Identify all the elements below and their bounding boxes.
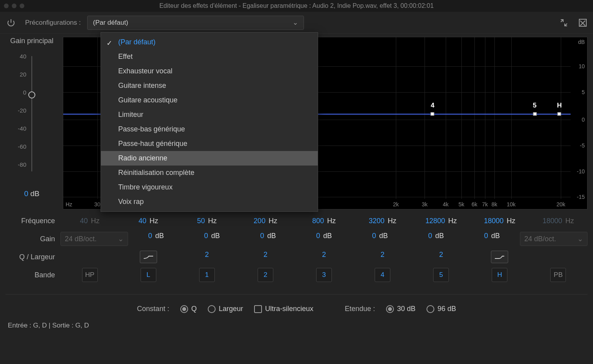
preset-option[interactable]: Passe-haut générique [101,136,318,151]
preset-option-label: Passe-haut générique [118,140,187,147]
freq-value[interactable]: 12800 Hz [412,217,470,225]
band-toggle-H[interactable]: H [492,268,507,282]
radio-icon [180,305,188,313]
eq-point-label: 5 [533,102,536,109]
largeur-radio-label: Largeur [219,305,243,313]
q-value[interactable]: 2 [295,251,353,263]
freq-value[interactable]: 800 Hz [295,217,353,225]
grid-line-v [396,37,396,199]
ultra-label: Ultra-silencieux [265,305,313,313]
eq-point-label: 4 [431,102,434,109]
preset-option[interactable]: Radio ancienne [101,151,318,166]
gain-value[interactable]: 0 dB [464,232,520,246]
band-toggle-3[interactable]: 3 [316,268,332,282]
master-gain-value[interactable]: 0 dB [5,189,58,198]
presets-label: Préconfigurations : [25,19,81,27]
graph-db-axis-label: dB [578,39,585,45]
row-band: Bande HPL12345HPB [5,266,588,284]
preset-option[interactable]: Limiteur [101,107,318,122]
preset-select[interactable]: (Par défaut) ⌄ [87,16,304,30]
q-value[interactable]: 2 [178,251,236,263]
power-icon[interactable] [6,18,16,27]
master-gain-section: Gain principal 40200-20-40-60-80 0 dB [5,37,58,209]
preset-option-label: Voix rap [118,198,144,206]
q-value[interactable]: 2 [236,251,295,263]
preset-option-label: Guitare acoustique [118,96,178,104]
routing-icon[interactable] [559,18,569,27]
y-tick-label: -10 [577,168,585,175]
shelf-icon [494,253,505,261]
gain-value[interactable]: 0 dB [128,232,184,246]
x-tick-label: 10k [507,201,516,207]
preset-option[interactable]: Voix rap [101,195,318,209]
slider-knob[interactable] [28,91,35,98]
gain-value[interactable]: 0 dB [296,232,352,246]
preset-option[interactable]: ✓(Par défaut) [101,35,318,49]
gain-value[interactable]: 0 dB [184,232,240,246]
preset-option-label: Guitare intense [118,82,166,89]
toolbar: Préconfigurations : (Par défaut) ⌄ [0,12,593,34]
gain-tick: -40 [18,125,26,132]
eq-point[interactable] [558,112,561,116]
chevron-down-icon: ⌄ [293,18,298,27]
q-value[interactable]: 2 [412,251,470,263]
band-toggle-4[interactable]: 4 [375,268,390,282]
band-toggle-HP[interactable]: HP [82,268,98,282]
preset-selected-value: (Par défaut) [93,19,128,27]
band-toggle-2[interactable]: 2 [258,268,273,282]
high-shelf-button[interactable] [491,251,508,263]
preset-option-label: Exhausteur vocal [118,67,172,75]
constant-largeur-radio[interactable]: Largeur [208,305,243,313]
low-shelf-button[interactable] [140,251,157,263]
close-panel-icon[interactable] [579,19,587,27]
q-value[interactable]: 2 [353,251,412,263]
grid-line-v [461,37,462,199]
bottom-options: Constant : Q Largeur Ultra-silencieux Et… [0,298,593,317]
preset-option-label: Timbre vigoureux [118,183,172,191]
radio-icon [426,305,434,313]
x-tick-label: 8k [491,201,497,207]
preset-option[interactable]: Passe-bas générique [101,122,318,136]
r96-label: 96 dB [437,305,456,313]
constant-q-radio[interactable]: Q [180,305,197,313]
band-toggle-L[interactable]: L [141,268,156,282]
range-96db-radio[interactable]: 96 dB [426,305,456,313]
ultra-silencieux-checkbox[interactable]: Ultra-silencieux [254,305,313,313]
freq-value[interactable]: 18000 Hz [470,217,529,225]
maximize-window-icon[interactable] [20,4,24,8]
freq-value[interactable]: 40 Hz [119,217,178,225]
grid-line-v [561,37,561,199]
eq-point[interactable] [533,112,536,116]
band-toggle-PB[interactable]: PB [550,268,566,282]
preset-option[interactable]: Guitare acoustique [101,93,318,107]
slope-select-left[interactable]: 24 dB/oct.⌄ [60,232,128,246]
row-frequency: Fréquence 40 Hz40 Hz50 Hz200 Hz800 Hz320… [5,212,588,230]
band-parameters: Fréquence 40 Hz40 Hz50 Hz200 Hz800 Hz320… [0,209,593,291]
y-tick-label: -15 [577,194,585,200]
gain-value[interactable]: 0 dB [352,232,408,246]
freq-value[interactable]: 50 Hz [178,217,236,225]
gain-tick: -80 [18,161,26,168]
window-controls[interactable] [4,4,24,8]
minimize-window-icon[interactable] [12,4,16,8]
grid-line-v [494,37,495,199]
frequency-label: Fréquence [5,217,60,225]
master-gain-slider[interactable]: 40200-20-40-60-80 [20,56,44,171]
eq-point[interactable] [431,112,434,116]
close-window-icon[interactable] [4,4,9,8]
preset-option[interactable]: Timbre vigoureux [101,180,318,195]
gain-value[interactable]: 0 dB [408,232,464,246]
slope-select-right[interactable]: 24 dB/oct.⌄ [520,232,588,246]
freq-value[interactable]: 200 Hz [236,217,295,225]
gain-value[interactable]: 0 dB [240,232,296,246]
freq-value[interactable]: 3200 Hz [353,217,412,225]
band-toggle-1[interactable]: 1 [199,268,215,282]
preset-option[interactable]: Exhausteur vocal [101,64,318,78]
range-30db-radio[interactable]: 30 dB [386,305,415,313]
preset-option[interactable]: Effet [101,49,318,64]
preset-option[interactable]: Guitare intense [101,78,318,93]
band-toggle-5[interactable]: 5 [433,268,449,282]
preset-option[interactable]: Réinitialisation complète [101,166,318,180]
x-tick-label: 7k [482,201,488,207]
preset-dropdown[interactable]: ✓(Par défaut)EffetExhausteur vocalGuitar… [101,32,318,212]
